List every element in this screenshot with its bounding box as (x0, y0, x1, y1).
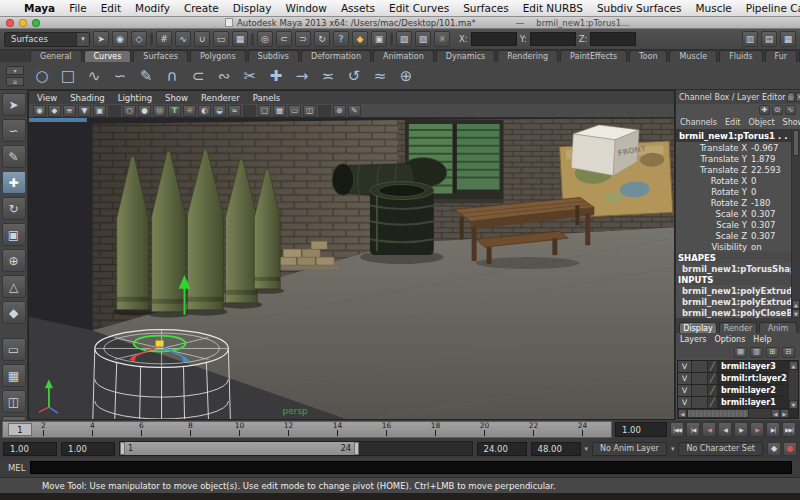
panel-menu-item[interactable]: Panels (253, 93, 280, 103)
layer-menu-item[interactable]: Layers (680, 335, 706, 344)
grease-pencil-icon[interactable]: ✎ (348, 105, 361, 117)
menubar-item[interactable]: File (69, 2, 87, 14)
panel-menu-item[interactable]: Lighting (118, 93, 152, 103)
play-forward-button[interactable]: ▶ (734, 422, 748, 437)
timeline-tick[interactable]: 10 (215, 422, 264, 437)
layer-name[interactable]: brmil:rt:layer2 (718, 374, 787, 383)
y-input[interactable] (530, 32, 576, 46)
minimize-window-button[interactable] (19, 19, 27, 27)
paint-select-tool[interactable]: ✎ (2, 145, 26, 168)
x-input[interactable] (471, 32, 517, 46)
manip-xyz-icon[interactable]: ✚ (759, 105, 770, 115)
scrollbar-thumb[interactable] (793, 130, 799, 156)
channel-box-menu-item[interactable]: Channels (680, 118, 717, 127)
layer-type-cell[interactable] (692, 361, 708, 372)
play-backward-button[interactable]: ◀ (718, 422, 732, 437)
render-current-frame-icon[interactable]: ▧ (396, 31, 412, 47)
select-object-icon[interactable]: ◉ (112, 31, 128, 47)
input-node-name[interactable]: brmil_new1:polyExtrudeEdge1 (676, 296, 791, 307)
input-node-name[interactable]: brmil_new1:polyCloseBorder1 (676, 307, 791, 318)
range-end-handle[interactable] (354, 442, 359, 455)
lasso-select-tool[interactable]: ∽ (2, 119, 26, 142)
add-points-tool[interactable]: ⊕ (394, 64, 418, 88)
field-chart-icon[interactable]: ▦ (273, 105, 286, 117)
separator[interactable] (390, 33, 393, 46)
select-hierarchy-icon[interactable]: ➤ (93, 31, 109, 47)
character-set-caret-icon[interactable]: ▾ (671, 445, 675, 453)
cv-curve-tool[interactable]: ∿ (82, 64, 106, 88)
shelf-tab[interactable]: General (30, 50, 82, 62)
rotate-tool[interactable]: ↻ (2, 197, 26, 220)
layer-row[interactable]: V ╱ brmil:layer1 (678, 397, 789, 409)
scale-tool[interactable]: ▣ (2, 223, 26, 246)
channel-box-menu-item[interactable]: Show (783, 118, 800, 127)
shelf-tab-toggle-icon[interactable]: ▾ (6, 66, 24, 75)
make-live-icon[interactable]: ◎ (257, 31, 273, 47)
center-handle[interactable] (156, 341, 164, 347)
nurbs-square-tool[interactable]: □ (56, 64, 80, 88)
shelf-tab[interactable]: PaintEffects (560, 50, 627, 62)
ep-curve-tool[interactable]: ∽ (108, 64, 132, 88)
channel-value[interactable]: 1.879 (751, 154, 791, 164)
snap-view-icon[interactable]: ▦ (232, 31, 248, 47)
arc-3point-tool[interactable]: ∩ (160, 64, 184, 88)
channel-value[interactable]: 0.307 (751, 209, 791, 219)
channel-value[interactable]: -0.967 (751, 143, 791, 153)
manip-speed-icon[interactable]: ⊙ (772, 105, 783, 115)
select-tool[interactable]: ➤ (2, 93, 26, 116)
construction-history-icon[interactable]: ↻ (314, 31, 330, 47)
select-component-icon[interactable]: ◇ (131, 31, 147, 47)
use-all-lights-icon[interactable]: ☼ (183, 105, 196, 117)
channel-value[interactable]: on (751, 242, 791, 252)
channel-attribute-row[interactable]: Translate X -0.967 (676, 142, 791, 153)
layer-type-cell[interactable] (692, 385, 708, 396)
menubar-item[interactable]: Muscle (695, 2, 731, 14)
channel-value[interactable]: 0.307 (751, 231, 791, 241)
layer-row[interactable]: V ╱ brmil:layer3 (678, 361, 789, 373)
show-manipulator-tool[interactable]: ◆ (2, 301, 26, 324)
shelf-tab[interactable]: Fur (765, 50, 798, 62)
menubar-item[interactable]: Modify (135, 2, 170, 14)
layer-name[interactable]: brmil:layer2 (718, 386, 776, 395)
new-empty-layer-icon[interactable]: ⊞ (766, 347, 779, 358)
character-set-dropdown[interactable]: No Character Set (678, 442, 763, 456)
select-camera-icon[interactable]: ◉ (33, 105, 46, 117)
channel-attribute-row[interactable]: Visibility on (676, 241, 791, 252)
scroll-left-icon[interactable]: ◀ (678, 409, 687, 418)
layer-menu-item[interactable]: Help (753, 335, 771, 344)
channel-value[interactable]: 0 (751, 187, 791, 197)
command-line-input[interactable] (30, 461, 792, 474)
chevron-down-icon[interactable]: ▾ (76, 33, 89, 46)
timeline-tick[interactable]: 12 (264, 422, 313, 437)
panel-menu-item[interactable]: Renderer (201, 93, 240, 103)
channel-attribute-row[interactable]: Translate Y 1.879 (676, 153, 791, 164)
layer-editor-tab[interactable]: Render (719, 322, 757, 333)
timeline-tick[interactable]: 18 (411, 422, 460, 437)
shelf-tab[interactable]: Animation (373, 50, 434, 62)
shelf-tab[interactable]: Surfaces (133, 50, 188, 62)
layer-visibility-toggle[interactable]: V (678, 397, 692, 408)
render-settings-icon[interactable]: ☼ (434, 31, 450, 47)
menubar-item[interactable]: Subdiv Surfaces (597, 2, 682, 14)
step-back-frame-button[interactable]: |◀ (686, 422, 700, 437)
timeline-tick[interactable]: 14 (313, 422, 362, 437)
universal-manipulator-tool[interactable]: ⊕ (2, 249, 26, 272)
channel-box-menu-item[interactable]: Edit (725, 118, 741, 127)
menubar-item[interactable]: Surfaces (463, 2, 508, 14)
timeline-ruler[interactable]: 1 2 4 6 8 10 12 14 (2, 421, 612, 438)
scroll-down-icon[interactable]: ▼ (792, 309, 800, 318)
extend-curve-tool[interactable]: → (290, 64, 314, 88)
menubar-item[interactable]: Assets (341, 2, 375, 14)
channel-attribute-row[interactable]: Scale X 0.307 (676, 208, 791, 219)
insert-knot-tool[interactable]: ✚ (264, 64, 288, 88)
step-back-key-button[interactable]: ◀ (702, 422, 716, 437)
channel-attribute-row[interactable]: Scale Y 0.307 (676, 219, 791, 230)
timeline-tick[interactable]: 22 (509, 422, 558, 437)
shelf-tab[interactable]: Fluids (719, 50, 762, 62)
isolate-select-icon[interactable]: ▢ (258, 105, 271, 117)
layer-editor-tab[interactable]: Anim (759, 322, 797, 333)
zoom-window-button[interactable] (32, 19, 40, 27)
shelf-tab[interactable]: Dynamics (436, 50, 495, 62)
rebuild-curve-tool[interactable]: ↺ (342, 64, 366, 88)
camera-attributes-icon[interactable]: ≡ (63, 105, 76, 117)
